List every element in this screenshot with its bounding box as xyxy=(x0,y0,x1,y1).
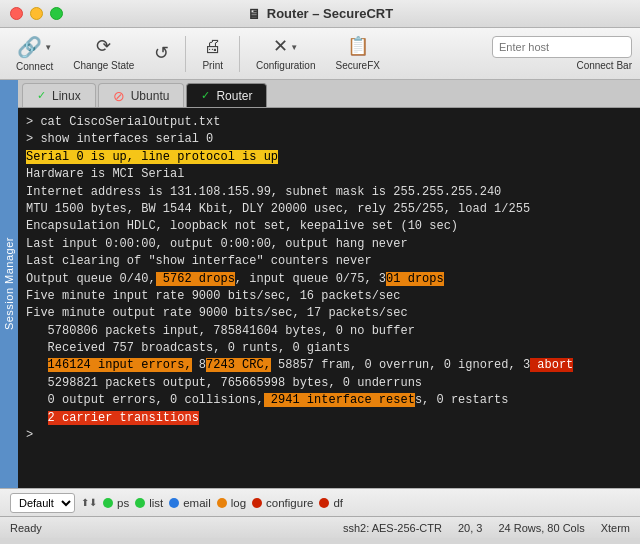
session-manager-sidebar[interactable]: Session Manager xyxy=(0,80,18,488)
df-dot-icon xyxy=(319,498,329,508)
terminal-dimensions: 24 Rows, 80 Cols xyxy=(498,522,584,534)
tab-router[interactable]: ✓ Router xyxy=(186,83,267,107)
session-log[interactable]: log xyxy=(217,497,246,509)
terminal-line: > cat CiscoSerialOutput.txt xyxy=(26,114,632,131)
terminal-line: Encapsulation HDLC, loopback not set, ke… xyxy=(26,218,632,235)
email-dot-icon xyxy=(169,498,179,508)
terminal-line: Last input 0:00:00, output 0:00:00, outp… xyxy=(26,236,632,253)
terminal-line: > show interfaces serial 0 xyxy=(26,131,632,148)
select-arrow-icon: ⬆⬇ xyxy=(81,497,97,508)
configuration-button[interactable]: ✕ ▼ Configuration xyxy=(248,32,323,75)
toolbar-divider-2 xyxy=(239,36,240,72)
tab-linux[interactable]: ✓ Linux xyxy=(22,83,96,107)
terminal-type: Xterm xyxy=(601,522,630,534)
status-bar: Ready ssh2: AES-256-CTR 20, 3 24 Rows, 8… xyxy=(0,516,640,538)
terminal-line: Output queue 0/40, 5762 drops, input que… xyxy=(26,271,632,288)
minimize-button[interactable] xyxy=(30,7,43,20)
session-configure[interactable]: configure xyxy=(252,497,313,509)
highlight-span: 2 carrier transitions xyxy=(48,411,199,425)
terminal-line: Hardware is MCI Serial xyxy=(26,166,632,183)
highlight-span: 5762 drops xyxy=(156,272,235,286)
session-ps[interactable]: ps xyxy=(103,497,129,509)
toolbar-divider-1 xyxy=(185,36,186,72)
toolbar: 🔗 ▼ Connect ⟳ Change State ↺ 🖨 Print ✕ ▼… xyxy=(0,28,640,80)
change-state-icon: ⟳ xyxy=(96,36,111,58)
securefx-icon: 📋 xyxy=(347,36,369,58)
tab-ubuntu[interactable]: ⊘ Ubuntu xyxy=(98,83,185,107)
connect-icon: 🔗 xyxy=(17,35,42,59)
securefx-button[interactable]: 📋 SecureFX xyxy=(327,32,387,75)
connect-button[interactable]: 🔗 ▼ Connect xyxy=(8,31,61,76)
print-icon: 🖨 xyxy=(204,36,222,58)
status-ready: Ready xyxy=(10,522,343,534)
session-email[interactable]: email xyxy=(169,497,210,509)
terminal-line: 0 output errors, 0 collisions, 2941 inte… xyxy=(26,392,632,409)
traffic-lights xyxy=(10,7,63,20)
ubuntu-status-icon: ⊘ xyxy=(113,88,125,104)
configuration-icon: ✕ xyxy=(273,36,288,58)
reconnect-button[interactable]: ↺ xyxy=(146,39,177,69)
main-area: Session Manager ✓ Linux ⊘ Ubuntu ✓ Route… xyxy=(0,80,640,488)
terminal-line: Received 757 broadcasts, 0 runts, 0 gian… xyxy=(26,340,632,357)
highlight-span: 01 drops xyxy=(386,272,444,286)
highlight-span: 2941 interface reset xyxy=(264,393,415,407)
fullscreen-button[interactable] xyxy=(50,7,63,20)
connect-bar-area: Connect Bar xyxy=(492,36,632,71)
change-state-button[interactable]: ⟳ Change State xyxy=(65,32,142,75)
cursor-position: 20, 3 xyxy=(458,522,482,534)
status-info: ssh2: AES-256-CTR 20, 3 24 Rows, 80 Cols… xyxy=(343,522,630,534)
highlight-span: Serial 0 is up, line protocol is up xyxy=(26,150,278,164)
ps-dot-icon xyxy=(103,498,113,508)
window-icon: 🖥 xyxy=(247,6,261,22)
terminal-line: 5780806 packets input, 785841604 bytes, … xyxy=(26,323,632,340)
reconnect-icon: ↺ xyxy=(154,43,169,65)
title-bar: 🖥 Router – SecureCRT xyxy=(0,0,640,28)
default-session-select[interactable]: Default xyxy=(10,493,75,513)
tab-bar: ✓ Linux ⊘ Ubuntu ✓ Router xyxy=(18,80,640,108)
terminal-line: Last clearing of "show interface" counte… xyxy=(26,253,632,270)
highlight-span: 7243 CRC, xyxy=(206,358,271,372)
print-button[interactable]: 🖨 Print xyxy=(194,32,231,75)
terminal-area[interactable]: > cat CiscoSerialOutput.txt> show interf… xyxy=(18,108,640,488)
connect-arrow-icon: ▼ xyxy=(44,43,52,52)
linux-status-icon: ✓ xyxy=(37,89,46,102)
highlight-span: abort xyxy=(530,358,573,372)
terminal-line: 5298821 packets output, 765665998 bytes,… xyxy=(26,375,632,392)
router-status-icon: ✓ xyxy=(201,89,210,102)
session-df[interactable]: df xyxy=(319,497,343,509)
list-dot-icon xyxy=(135,498,145,508)
terminal-line: 2 carrier transitions xyxy=(26,410,632,427)
host-input[interactable] xyxy=(492,36,632,58)
session-list[interactable]: list xyxy=(135,497,163,509)
log-dot-icon xyxy=(217,498,227,508)
encryption-info: ssh2: AES-256-CTR xyxy=(343,522,442,534)
tab-and-terminal: ✓ Linux ⊘ Ubuntu ✓ Router > cat CiscoSer… xyxy=(18,80,640,488)
terminal-line: Internet address is 131.108.155.99, subn… xyxy=(26,184,632,201)
configure-dot-icon xyxy=(252,498,262,508)
terminal-line: Five minute output rate 9000 bits/sec, 1… xyxy=(26,305,632,322)
session-bar: Default ⬆⬇ ps list email log configure d… xyxy=(0,488,640,516)
terminal-line: 146124 input errors, 87243 CRC, 58857 fr… xyxy=(26,357,632,374)
close-button[interactable] xyxy=(10,7,23,20)
terminal-line: Serial 0 is up, line protocol is up xyxy=(26,149,632,166)
terminal-line: MTU 1500 bytes, BW 1544 Kbit, DLY 20000 … xyxy=(26,201,632,218)
terminal-line: Five minute input rate 9000 bits/sec, 16… xyxy=(26,288,632,305)
terminal-line: > xyxy=(26,427,632,444)
config-arrow-icon: ▼ xyxy=(290,43,298,52)
window-title: 🖥 Router – SecureCRT xyxy=(247,6,393,22)
highlight-span: 146124 input errors, xyxy=(48,358,192,372)
